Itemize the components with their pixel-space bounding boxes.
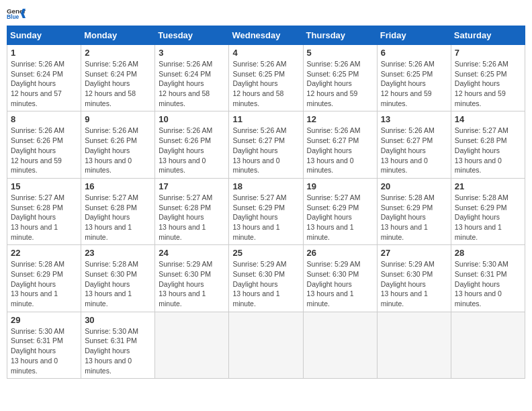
day-info: Sunrise: 5:26 AM Sunset: 6:26 PM Dayligh… <box>85 126 151 175</box>
day-number: 15 <box>11 181 77 191</box>
day-info: Sunrise: 5:28 AM Sunset: 6:29 PM Dayligh… <box>455 193 521 242</box>
day-number: 29 <box>11 315 77 325</box>
week-row-3: 22 Sunrise: 5:28 AM Sunset: 6:29 PM Dayl… <box>7 245 525 312</box>
day-cell <box>155 312 229 378</box>
day-info: Sunrise: 5:27 AM Sunset: 6:28 PM Dayligh… <box>455 126 521 175</box>
day-info: Sunrise: 5:26 AM Sunset: 6:24 PM Dayligh… <box>159 59 225 108</box>
day-number: 27 <box>381 248 447 258</box>
day-number: 28 <box>455 248 521 258</box>
day-info: Sunrise: 5:28 AM Sunset: 6:29 PM Dayligh… <box>381 193 447 242</box>
day-info: Sunrise: 5:26 AM Sunset: 6:27 PM Dayligh… <box>232 126 299 175</box>
day-cell: 24 Sunrise: 5:29 AM Sunset: 6:30 PM Dayl… <box>155 245 229 312</box>
header-cell-thursday: Thursday <box>303 26 377 45</box>
day-info: Sunrise: 5:26 AM Sunset: 6:27 PM Dayligh… <box>381 126 447 175</box>
day-number: 20 <box>381 181 447 191</box>
header: General Blue <box>7 7 525 20</box>
day-number: 13 <box>381 114 447 124</box>
day-info: Sunrise: 5:26 AM Sunset: 6:25 PM Dayligh… <box>381 59 447 108</box>
day-info: Sunrise: 5:30 AM Sunset: 6:31 PM Dayligh… <box>85 326 151 375</box>
day-number: 26 <box>307 248 373 258</box>
day-cell: 1 Sunrise: 5:26 AM Sunset: 6:24 PM Dayli… <box>7 45 81 111</box>
day-number: 14 <box>455 114 521 124</box>
day-cell: 5 Sunrise: 5:26 AM Sunset: 6:25 PM Dayli… <box>303 45 377 111</box>
week-row-4: 29 Sunrise: 5:30 AM Sunset: 6:31 PM Dayl… <box>7 312 525 378</box>
day-number: 10 <box>159 114 225 124</box>
day-info: Sunrise: 5:26 AM Sunset: 6:24 PM Dayligh… <box>85 59 151 108</box>
day-cell: 26 Sunrise: 5:29 AM Sunset: 6:30 PM Dayl… <box>303 245 377 312</box>
day-info: Sunrise: 5:26 AM Sunset: 6:25 PM Dayligh… <box>232 59 299 108</box>
day-cell: 3 Sunrise: 5:26 AM Sunset: 6:24 PM Dayli… <box>155 45 229 111</box>
day-cell: 30 Sunrise: 5:30 AM Sunset: 6:31 PM Dayl… <box>81 312 155 378</box>
day-info: Sunrise: 5:27 AM Sunset: 6:28 PM Dayligh… <box>159 193 225 242</box>
day-number: 1 <box>11 48 77 58</box>
header-cell-wednesday: Wednesday <box>229 26 303 45</box>
week-row-1: 8 Sunrise: 5:26 AM Sunset: 6:26 PM Dayli… <box>7 111 525 178</box>
day-info: Sunrise: 5:27 AM Sunset: 6:28 PM Dayligh… <box>11 193 77 242</box>
day-cell: 13 Sunrise: 5:26 AM Sunset: 6:27 PM Dayl… <box>377 111 451 178</box>
day-info: Sunrise: 5:28 AM Sunset: 6:29 PM Dayligh… <box>11 259 77 308</box>
day-cell: 25 Sunrise: 5:29 AM Sunset: 6:30 PM Dayl… <box>229 245 303 312</box>
day-cell <box>451 312 525 378</box>
day-number: 30 <box>85 315 151 325</box>
day-number: 24 <box>159 248 225 258</box>
day-number: 12 <box>307 114 373 124</box>
day-info: Sunrise: 5:29 AM Sunset: 6:30 PM Dayligh… <box>381 259 447 308</box>
header-cell-saturday: Saturday <box>451 26 525 45</box>
day-cell: 29 Sunrise: 5:30 AM Sunset: 6:31 PM Dayl… <box>7 312 81 378</box>
week-row-2: 15 Sunrise: 5:27 AM Sunset: 6:28 PM Dayl… <box>7 178 525 244</box>
day-cell: 19 Sunrise: 5:27 AM Sunset: 6:29 PM Dayl… <box>303 178 377 244</box>
logo: General Blue <box>7 7 26 20</box>
logo-icon: General Blue <box>7 7 26 20</box>
day-cell: 11 Sunrise: 5:26 AM Sunset: 6:27 PM Dayl… <box>229 111 303 178</box>
day-cell: 7 Sunrise: 5:26 AM Sunset: 6:25 PM Dayli… <box>451 45 525 111</box>
day-info: Sunrise: 5:29 AM Sunset: 6:30 PM Dayligh… <box>232 259 299 308</box>
day-info: Sunrise: 5:26 AM Sunset: 6:26 PM Dayligh… <box>11 126 77 175</box>
header-cell-monday: Monday <box>81 26 155 45</box>
day-info: Sunrise: 5:30 AM Sunset: 6:31 PM Dayligh… <box>11 326 77 375</box>
day-cell <box>303 312 377 378</box>
day-cell: 14 Sunrise: 5:27 AM Sunset: 6:28 PM Dayl… <box>451 111 525 178</box>
day-number: 19 <box>307 181 373 191</box>
day-cell: 17 Sunrise: 5:27 AM Sunset: 6:28 PM Dayl… <box>155 178 229 244</box>
day-number: 4 <box>232 48 299 58</box>
day-cell: 20 Sunrise: 5:28 AM Sunset: 6:29 PM Dayl… <box>377 178 451 244</box>
week-row-0: 1 Sunrise: 5:26 AM Sunset: 6:24 PM Dayli… <box>7 45 525 111</box>
day-info: Sunrise: 5:26 AM Sunset: 6:25 PM Dayligh… <box>455 59 521 108</box>
day-cell: 16 Sunrise: 5:27 AM Sunset: 6:28 PM Dayl… <box>81 178 155 244</box>
day-info: Sunrise: 5:29 AM Sunset: 6:30 PM Dayligh… <box>159 259 225 308</box>
day-cell: 15 Sunrise: 5:27 AM Sunset: 6:28 PM Dayl… <box>7 178 81 244</box>
day-number: 11 <box>232 114 299 124</box>
day-cell: 8 Sunrise: 5:26 AM Sunset: 6:26 PM Dayli… <box>7 111 81 178</box>
day-info: Sunrise: 5:27 AM Sunset: 6:29 PM Dayligh… <box>307 193 373 242</box>
day-cell: 18 Sunrise: 5:27 AM Sunset: 6:29 PM Dayl… <box>229 178 303 244</box>
day-cell: 6 Sunrise: 5:26 AM Sunset: 6:25 PM Dayli… <box>377 45 451 111</box>
day-number: 8 <box>11 114 77 124</box>
day-cell: 22 Sunrise: 5:28 AM Sunset: 6:29 PM Dayl… <box>7 245 81 312</box>
day-number: 21 <box>455 181 521 191</box>
day-info: Sunrise: 5:27 AM Sunset: 6:29 PM Dayligh… <box>232 193 299 242</box>
day-number: 9 <box>85 114 151 124</box>
day-cell: 10 Sunrise: 5:26 AM Sunset: 6:26 PM Dayl… <box>155 111 229 178</box>
calendar-header-row: SundayMondayTuesdayWednesdayThursdayFrid… <box>7 26 525 45</box>
day-info: Sunrise: 5:29 AM Sunset: 6:30 PM Dayligh… <box>307 259 373 308</box>
day-cell: 12 Sunrise: 5:26 AM Sunset: 6:27 PM Dayl… <box>303 111 377 178</box>
day-info: Sunrise: 5:26 AM Sunset: 6:25 PM Dayligh… <box>307 59 373 108</box>
day-info: Sunrise: 5:26 AM Sunset: 6:26 PM Dayligh… <box>159 126 225 175</box>
day-info: Sunrise: 5:28 AM Sunset: 6:30 PM Dayligh… <box>85 259 151 308</box>
day-info: Sunrise: 5:27 AM Sunset: 6:28 PM Dayligh… <box>85 193 151 242</box>
day-number: 6 <box>381 48 447 58</box>
day-info: Sunrise: 5:26 AM Sunset: 6:24 PM Dayligh… <box>11 59 77 108</box>
day-cell: 23 Sunrise: 5:28 AM Sunset: 6:30 PM Dayl… <box>81 245 155 312</box>
day-cell: 4 Sunrise: 5:26 AM Sunset: 6:25 PM Dayli… <box>229 45 303 111</box>
day-number: 16 <box>85 181 151 191</box>
day-cell: 2 Sunrise: 5:26 AM Sunset: 6:24 PM Dayli… <box>81 45 155 111</box>
day-cell: 21 Sunrise: 5:28 AM Sunset: 6:29 PM Dayl… <box>451 178 525 244</box>
day-number: 3 <box>159 48 225 58</box>
day-info: Sunrise: 5:26 AM Sunset: 6:27 PM Dayligh… <box>307 126 373 175</box>
day-number: 2 <box>85 48 151 58</box>
day-cell: 28 Sunrise: 5:30 AM Sunset: 6:31 PM Dayl… <box>451 245 525 312</box>
day-number: 7 <box>455 48 521 58</box>
day-cell <box>377 312 451 378</box>
day-number: 18 <box>232 181 299 191</box>
day-cell <box>229 312 303 378</box>
